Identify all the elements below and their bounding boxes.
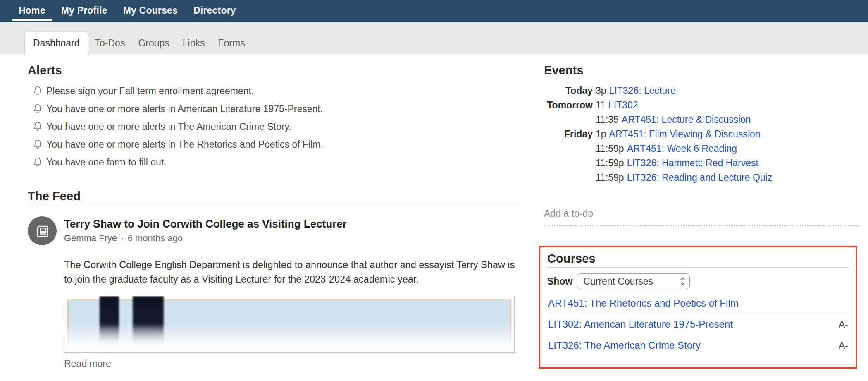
- nav-item-home[interactable]: Home: [12, 0, 52, 21]
- alert-text[interactable]: You have one or more alerts in The Rheto…: [46, 139, 323, 150]
- event-time: 11:35: [596, 114, 619, 125]
- dashboard-content: Alerts Please sign your Fall term enroll…: [0, 55, 868, 369]
- course-link[interactable]: ART451: The Rhetorics and Poetics of Fil…: [548, 297, 739, 309]
- post-head-text: Terry Shaw to Join Corwith College as Vi…: [64, 216, 347, 244]
- top-navbar: HomeMy ProfileMy CoursesDirectory: [0, 0, 868, 22]
- event-time: 11: [596, 100, 606, 110]
- bell-icon: [33, 121, 43, 132]
- event-day: [544, 156, 596, 170]
- post-author[interactable]: Gemma Frye: [64, 233, 117, 244]
- courses-list: ART451: The Rhetorics and Poetics of Fil…: [547, 293, 849, 356]
- post-content: The Corwith College English Department i…: [64, 258, 519, 369]
- event-link[interactable]: LIT326: Reading and Lecture Quiz: [627, 172, 773, 183]
- event-row: 11:35ART451: Lecture & Discussion: [544, 113, 859, 127]
- post-body: The Corwith College English Department i…: [64, 258, 515, 287]
- alert-item: You have one or more alerts in The Rheto…: [33, 136, 519, 153]
- post-byline: Gemma Frye · 6 months ago: [64, 233, 347, 244]
- event-row: 11:59pLIT326: Hammett: Red Harvest: [544, 156, 859, 170]
- alert-item: Please sign your Fall term enrollment ag…: [33, 82, 519, 100]
- course-grade: A-: [839, 319, 848, 330]
- event-link[interactable]: LIT326: Hammett: Red Harvest: [627, 158, 758, 168]
- byline-separator: ·: [121, 233, 124, 244]
- post-title[interactable]: Terry Shaw to Join Corwith College as Vi…: [64, 218, 347, 230]
- event-details: 1pART451: Film Viewing & Discussion: [596, 127, 859, 141]
- course-row: ART451: The Rhetorics and Poetics of Fil…: [547, 293, 849, 314]
- event-row: 11:59pLIT326: Reading and Lecture Quiz: [544, 170, 859, 185]
- event-link[interactable]: LIT326: Lecture: [609, 85, 676, 96]
- nav-item-my-profile[interactable]: My Profile: [54, 0, 114, 21]
- feed-section: The Feed Terry Shaw to Join Cor: [28, 189, 519, 369]
- event-details: 11:35ART451: Lecture & Discussion: [596, 113, 859, 127]
- event-row: 11:59pART451: Week 6 Reading: [544, 141, 859, 156]
- tab-forms[interactable]: Forms: [212, 32, 252, 55]
- read-more-link[interactable]: Read more: [64, 358, 111, 369]
- event-details: 11LIT302: [596, 98, 859, 113]
- event-link[interactable]: ART451: Lecture & Discussion: [622, 114, 751, 125]
- course-row: LIT302: American Literature 1975-Present…: [547, 314, 849, 335]
- post-image[interactable]: [64, 296, 515, 353]
- event-time: 11:59p: [596, 158, 624, 168]
- post-header: Terry Shaw to Join Corwith College as Vi…: [28, 216, 519, 245]
- event-day: [544, 113, 596, 127]
- event-details: 11:59pLIT326: Hammett: Red Harvest: [596, 156, 859, 170]
- bell-icon: [33, 139, 43, 150]
- event-day: Tomorrow: [544, 98, 596, 113]
- left-column: Alerts Please sign your Fall term enroll…: [28, 64, 519, 369]
- event-time: 11:59p: [596, 143, 624, 154]
- bell-icon: [33, 157, 43, 168]
- event-day: Today: [544, 84, 596, 98]
- alerts-title: Alerts: [28, 64, 519, 77]
- bell-icon: [33, 103, 43, 115]
- select-stepper-icon: [680, 276, 686, 287]
- tab-dashboard[interactable]: Dashboard: [24, 31, 88, 55]
- event-time: 3p: [596, 85, 606, 96]
- show-label: Show: [547, 276, 572, 287]
- newspaper-icon: [34, 223, 50, 239]
- event-time: 1p: [596, 129, 606, 139]
- avatar: [28, 216, 57, 245]
- alert-text[interactable]: You have one or more alerts in American …: [46, 103, 323, 115]
- nav-item-directory[interactable]: Directory: [186, 0, 243, 21]
- courses-filter-select[interactable]: Current Courses: [577, 273, 690, 289]
- photo-fade-overlay: [64, 296, 514, 352]
- alert-item: You have one or more alerts in The Ameri…: [33, 118, 519, 136]
- tab-groups[interactable]: Groups: [131, 32, 176, 55]
- event-details: 11:59pART451: Week 6 Reading: [596, 141, 859, 156]
- courses-title: Courses: [547, 252, 849, 268]
- event-time: 11:59p: [596, 172, 624, 183]
- add-todo-row: Add a to-do: [544, 208, 859, 226]
- event-link[interactable]: LIT302: [608, 100, 638, 110]
- feed-post: Terry Shaw to Join Corwith College as Vi…: [28, 216, 519, 369]
- courses-filter-value: Current Courses: [583, 276, 653, 287]
- add-todo-link[interactable]: Add a to-do: [544, 208, 593, 219]
- bell-icon: [33, 86, 43, 97]
- course-row: LIT326: The American Crime StoryA-: [547, 335, 849, 356]
- event-link[interactable]: ART451: Week 6 Reading: [627, 143, 737, 154]
- alert-item: You have one or more alerts in American …: [33, 100, 519, 118]
- tab-links[interactable]: Links: [176, 32, 212, 55]
- alert-text[interactable]: Please sign your Fall term enrollment ag…: [46, 86, 254, 97]
- courses-filter-row: Show Current Courses: [547, 273, 849, 289]
- post-timestamp: 6 months ago: [128, 233, 183, 244]
- course-grade: A-: [839, 340, 848, 351]
- event-details: 3pLIT326: Lecture: [596, 84, 859, 98]
- courses-highlight-box: Courses Show Current Courses ART451: The…: [539, 246, 857, 369]
- event-details: 11:59pLIT326: Reading and Lecture Quiz: [596, 170, 859, 185]
- alert-text[interactable]: You have one form to fill out.: [46, 157, 167, 168]
- course-link[interactable]: LIT302: American Literature 1975-Present: [548, 319, 733, 330]
- alert-text[interactable]: You have one or more alerts in The Ameri…: [46, 121, 291, 132]
- nav-item-my-courses[interactable]: My Courses: [116, 0, 185, 21]
- event-day: [544, 141, 596, 156]
- course-link[interactable]: LIT326: The American Crime Story: [548, 340, 701, 351]
- event-link[interactable]: ART451: Film Viewing & Discussion: [609, 129, 761, 139]
- event-day: Friday: [544, 127, 596, 141]
- events-title: Events: [544, 64, 859, 79]
- right-column: Events Today3pLIT326: LectureTomorrow11L…: [544, 64, 859, 369]
- event-row: Today3pLIT326: Lecture: [544, 84, 859, 98]
- tab-to-dos[interactable]: To-Dos: [88, 32, 132, 55]
- tab-bar: DashboardTo-DosGroupsLinksForms: [0, 22, 868, 55]
- alert-item: You have one form to fill out.: [33, 153, 519, 171]
- feed-title: The Feed: [28, 189, 519, 205]
- event-day: [544, 170, 596, 185]
- alerts-list: Please sign your Fall term enrollment ag…: [28, 82, 519, 171]
